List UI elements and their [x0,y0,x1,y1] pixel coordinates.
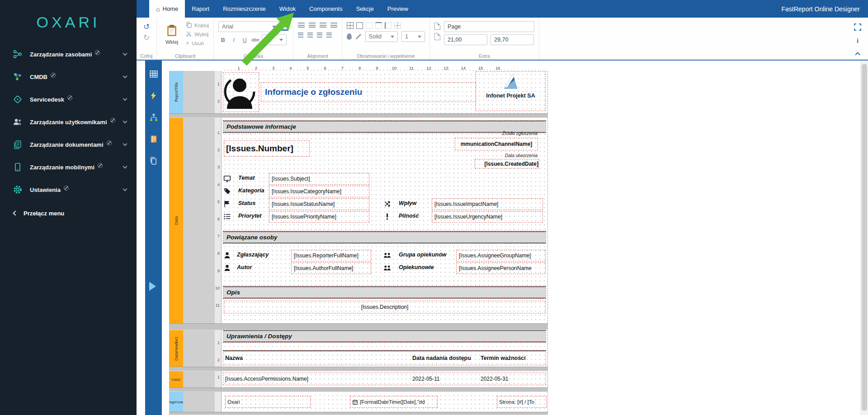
pages-icon[interactable] [148,155,159,166]
bold-button[interactable]: B [218,37,227,43]
sidebar-toggle[interactable]: Przełącz menu [0,203,137,224]
sidebar-item-servicedesk[interactable]: Servicedesk [0,88,137,111]
copy-button[interactable]: Kopiuj [186,21,209,29]
fullscreen-icon[interactable] [854,23,862,31]
perm-data-row[interactable]: [Issues.AccessPermissions.Name] 2022-05-… [223,373,546,385]
perm-cell-granted[interactable]: 2022-05-11 [412,376,440,382]
perm-cell-name[interactable]: [Issues.AccessPermissions.Name] [225,376,308,382]
perm-cell-expiry[interactable]: 2022-05-31 [481,376,508,382]
source-label[interactable]: Źródło zgłoszenia [502,131,538,136]
cut-button[interactable]: Wytnij [186,30,209,38]
tab-components[interactable]: Components [302,0,349,18]
font-color-button[interactable]: A [281,23,288,31]
field-label[interactable]: Grupa opiekunów [399,252,447,258]
align-top-icon[interactable] [298,33,303,37]
page-size-icon[interactable] [434,33,440,40]
scrollbar-thumb[interactable] [862,64,867,411]
field-value[interactable]: [Issues.IssueStatusName] [269,199,369,210]
band-separator[interactable] [169,412,548,415]
field-value[interactable]: [Issues.AssigneeGroupName] [457,250,545,261]
created-value-field[interactable]: [Issues.CreatedDate] [475,159,538,168]
delete-button[interactable]: × Usuń [186,39,209,47]
field-value[interactable]: [Issues.Subject] [269,173,369,184]
tab-raport[interactable]: Raport [185,0,216,18]
description-field[interactable]: [Issues.Description] [224,301,545,313]
source-value-field[interactable]: mmunicationChannelName] [455,138,538,150]
notebook-icon[interactable] [148,134,159,145]
border-width-select[interactable]: 1 [401,31,425,42]
section-header-basic[interactable]: Podstawowe informacje [223,121,546,133]
sidebar-item-uzytkownicy[interactable]: Zarządzanie użytkownikami [0,111,137,133]
field-value[interactable]: [Issues.ReporterFullName] [292,250,371,261]
align-left-icon[interactable] [298,23,305,28]
field-label[interactable]: Kategoria [238,187,264,194]
tab-widok[interactable]: Widok [273,0,302,18]
vertical-scrollbar[interactable] [860,61,868,415]
grid-table-icon[interactable] [148,69,159,79]
expand-toolbox-icon[interactable] [149,282,156,291]
perm-col-nazwa[interactable]: Nazwa [225,355,243,361]
hierarchy-icon[interactable] [148,112,159,123]
band-tab-pagefooter[interactable]: PageFooter [169,392,183,412]
sidebar-item-ustawienia[interactable]: Ustawienia [0,178,137,201]
align-center-icon[interactable] [309,23,316,28]
band-tab-dataheader1[interactable]: DataHeader1 [169,330,183,367]
report-title-text[interactable]: Informacje o zgłoszeniu [261,83,476,102]
border-inner-icon[interactable] [394,22,401,29]
field-label[interactable]: Temat [238,175,255,181]
paste-button[interactable]: Wklej [161,21,182,47]
perm-col-termin[interactable]: Termin ważności [481,355,526,361]
footer-company-field[interactable]: Oxari [226,396,310,407]
field-value[interactable]: [Issues.IssuePriorityName] [269,211,369,222]
underline-button[interactable]: U [240,37,249,43]
align-bottom-icon[interactable] [317,33,322,37]
field-label[interactable]: Zgłaszający [237,252,269,258]
band-separator[interactable] [169,387,548,392]
field-label[interactable]: Autor [237,264,252,270]
page-name-input[interactable] [444,21,534,32]
page-setup-icon[interactable] [434,23,440,30]
align-justify-icon[interactable] [330,23,337,28]
field-value[interactable]: [Issues.IssueUrgencyName] [432,211,542,222]
field-value[interactable]: [Issues.AuthorFullName] [292,263,371,274]
font-family-select[interactable]: Arial [218,21,279,32]
footer-page-field[interactable]: Strona: [#] / [To [497,396,546,407]
fill-color-icon[interactable] [347,33,352,40]
align-right-icon[interactable] [320,23,326,28]
border-all-icon[interactable] [347,22,354,29]
redo-button[interactable]: ↻ [141,32,152,43]
section-header-permissions[interactable]: Uprawnienia / Dostępy [223,330,546,342]
collapse-ribbon-icon[interactable] [855,52,860,57]
field-label[interactable]: Priorytet [238,213,261,219]
field-value[interactable]: [Issues.IssueImpactName] [432,199,542,210]
font-size-select[interactable]: 10 [262,34,287,45]
field-label[interactable]: Status [238,200,255,206]
band-tab-data[interactable]: Data [169,118,183,323]
band-tab-reporttitle[interactable]: ReportTitle [169,71,183,113]
field-label[interactable]: Opiekunowie [399,264,434,270]
field-label[interactable]: Pilność [399,213,419,219]
align-middle-icon[interactable] [307,33,313,37]
undo-button[interactable]: ↺ [141,21,152,32]
section-header-people[interactable]: Powiązane osoby [223,231,546,243]
border-left-icon[interactable] [385,22,392,29]
sidebar-item-zasoby[interactable]: Zarządzanie zasobami [0,43,137,65]
field-label[interactable]: Wpływ [399,200,417,206]
border-outer-icon[interactable] [356,22,363,29]
perm-table-header-row[interactable]: Nazwa Data nadania dostępu Termin ważnoś… [223,350,546,365]
section-header-opis[interactable]: Opis [223,286,546,298]
border-pencil-icon[interactable] [355,33,362,40]
issue-number-field[interactable]: [Issues.Number] [224,141,309,156]
lightning-icon[interactable] [148,90,159,101]
border-none-icon[interactable] [366,22,373,29]
border-top-icon[interactable] [375,22,382,29]
field-value[interactable]: [Issues.AssigneePersonName [457,263,545,274]
created-label[interactable]: Data utworzenia [505,153,538,158]
tab-home[interactable]: ⌂ Home [149,0,185,18]
border-style-select[interactable]: Solid [365,31,398,42]
sidebar-item-cmdb[interactable]: CMDB [0,65,137,88]
italic-button[interactable]: I [229,37,238,43]
sidebar-item-dokumenty[interactable]: Zarządzanie dokumentami [0,133,137,156]
text-rotation-icon[interactable] [326,33,332,37]
footer-date-field[interactable]: [FormatDateTime([Date],"dd [350,396,437,407]
